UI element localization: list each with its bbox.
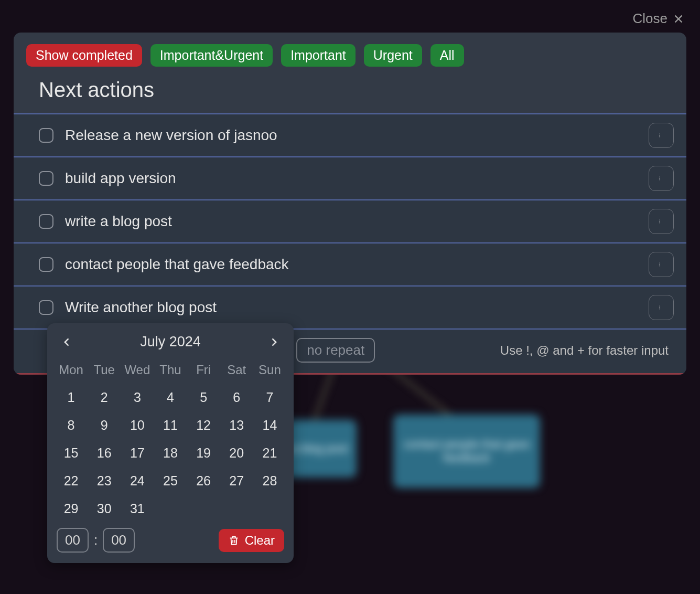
more-vertical-icon bbox=[659, 130, 663, 141]
svg-point-7 bbox=[660, 179, 660, 180]
more-vertical-icon bbox=[659, 173, 663, 184]
calendar-day[interactable]: 25 bbox=[154, 473, 187, 489]
input-hint: Use !, @ and + for faster input bbox=[500, 343, 674, 358]
calendar-grid: MonTueWedThuFriSatSun1234567891011121314… bbox=[55, 357, 286, 525]
task-checkbox[interactable] bbox=[39, 214, 53, 229]
calendar-day[interactable]: 30 bbox=[88, 501, 121, 516]
svg-point-16 bbox=[660, 309, 660, 309]
svg-point-11 bbox=[660, 263, 660, 263]
calendar-footer: 00 : 00 Clear bbox=[55, 525, 286, 553]
filter-urgent[interactable]: Urgent bbox=[364, 44, 422, 67]
calendar-day[interactable]: 31 bbox=[121, 501, 154, 516]
calendar-day[interactable]: 21 bbox=[253, 445, 286, 461]
task-row: build app version bbox=[14, 156, 686, 199]
calendar-day[interactable]: 18 bbox=[154, 445, 187, 461]
calendar-weekday: Fri bbox=[187, 363, 220, 377]
task-more-button[interactable] bbox=[649, 295, 674, 320]
task-text: write a blog post bbox=[65, 213, 649, 230]
calendar-month-label: July 2024 bbox=[140, 334, 201, 350]
chevron-left-icon bbox=[62, 337, 72, 347]
task-list: Release a new version of jasnoobuild app… bbox=[14, 113, 686, 330]
calendar-day[interactable]: 9 bbox=[88, 418, 121, 433]
svg-point-10 bbox=[660, 222, 660, 223]
calendar-day[interactable]: 23 bbox=[88, 473, 121, 489]
next-month-button[interactable] bbox=[266, 335, 281, 349]
time-colon: : bbox=[94, 532, 98, 548]
task-more-button[interactable] bbox=[649, 166, 674, 191]
calendar-weekday: Thu bbox=[154, 363, 187, 377]
task-checkbox[interactable] bbox=[39, 171, 53, 186]
svg-point-14 bbox=[660, 306, 660, 306]
svg-point-13 bbox=[660, 266, 660, 266]
filter-show-completed[interactable]: Show completed bbox=[26, 44, 142, 67]
hour-input[interactable]: 00 bbox=[57, 528, 89, 553]
calendar-day[interactable]: 6 bbox=[220, 390, 253, 405]
filter-important[interactable]: Important bbox=[281, 44, 356, 67]
calendar-day[interactable]: 7 bbox=[253, 390, 286, 405]
task-more-button[interactable] bbox=[649, 209, 674, 234]
calendar-day[interactable]: 8 bbox=[55, 418, 88, 433]
calendar-day[interactable]: 1 bbox=[55, 390, 88, 405]
calendar-day[interactable]: 24 bbox=[121, 473, 154, 489]
task-checkbox[interactable] bbox=[39, 257, 53, 272]
task-text: Write another blog post bbox=[65, 299, 649, 316]
calendar-day[interactable]: 10 bbox=[121, 418, 154, 433]
prev-month-button[interactable] bbox=[60, 335, 74, 349]
calendar-day[interactable]: 26 bbox=[187, 473, 220, 489]
filter-bar: Show completed Important&Urgent Importan… bbox=[14, 33, 686, 73]
task-text: contact people that gave feedback bbox=[65, 256, 649, 273]
calendar-day[interactable]: 5 bbox=[187, 390, 220, 405]
svg-point-5 bbox=[660, 177, 660, 177]
calendar-day[interactable]: 17 bbox=[121, 445, 154, 461]
svg-point-4 bbox=[660, 136, 660, 137]
task-checkbox[interactable] bbox=[39, 300, 53, 315]
calendar-day[interactable]: 22 bbox=[55, 473, 88, 489]
calendar-weekday: Sat bbox=[220, 363, 253, 377]
calendar-day[interactable]: 20 bbox=[220, 445, 253, 461]
close-button[interactable]: Close bbox=[633, 10, 684, 27]
task-more-button[interactable] bbox=[649, 252, 674, 277]
task-more-button[interactable] bbox=[649, 123, 674, 148]
chevron-right-icon bbox=[268, 337, 279, 347]
calendar-day[interactable]: 16 bbox=[88, 445, 121, 461]
clear-date-button[interactable]: Clear bbox=[219, 529, 284, 552]
more-vertical-icon bbox=[659, 259, 663, 270]
calendar-day[interactable]: 11 bbox=[154, 418, 187, 433]
filter-all[interactable]: All bbox=[430, 44, 464, 67]
calendar-day[interactable]: 14 bbox=[253, 418, 286, 433]
filter-important-urgent[interactable]: Important&Urgent bbox=[150, 44, 273, 67]
more-vertical-icon bbox=[659, 302, 663, 313]
calendar-day[interactable]: 27 bbox=[220, 473, 253, 489]
task-text: build app version bbox=[65, 170, 649, 187]
calendar-day[interactable]: 12 bbox=[187, 418, 220, 433]
task-row: contact people that gave feedback bbox=[14, 242, 686, 285]
more-vertical-icon bbox=[659, 216, 663, 227]
svg-point-12 bbox=[660, 264, 660, 264]
close-icon bbox=[673, 13, 684, 25]
calendar-day[interactable]: 19 bbox=[187, 445, 220, 461]
calendar-day[interactable]: 4 bbox=[154, 390, 187, 405]
task-row: Release a new version of jasnoo bbox=[14, 113, 686, 156]
minute-input[interactable]: 00 bbox=[103, 528, 135, 553]
calendar-day[interactable]: 13 bbox=[220, 418, 253, 433]
calendar-day[interactable]: 15 bbox=[55, 445, 88, 461]
calendar-day[interactable]: 3 bbox=[121, 390, 154, 405]
svg-point-9 bbox=[660, 221, 660, 221]
task-row: write a blog post bbox=[14, 199, 686, 242]
svg-point-2 bbox=[660, 134, 660, 134]
graph-node: contact people that gave feedback bbox=[393, 415, 540, 488]
close-label: Close bbox=[633, 10, 667, 27]
calendar-day[interactable]: 28 bbox=[253, 473, 286, 489]
svg-point-8 bbox=[660, 220, 660, 220]
calendar-day[interactable]: 29 bbox=[55, 501, 88, 516]
time-picker: 00 : 00 bbox=[57, 528, 135, 553]
calendar-day[interactable]: 2 bbox=[88, 390, 121, 405]
task-checkbox[interactable] bbox=[39, 128, 53, 143]
repeat-chip[interactable]: no repeat bbox=[296, 338, 375, 363]
svg-point-3 bbox=[660, 135, 660, 135]
task-text: Release a new version of jasnoo bbox=[65, 127, 649, 144]
svg-point-6 bbox=[660, 178, 660, 178]
svg-point-15 bbox=[660, 307, 660, 307]
panel-title: Next actions bbox=[14, 73, 686, 113]
date-picker: July 2024 MonTueWedThuFriSatSun123456789… bbox=[47, 323, 294, 563]
